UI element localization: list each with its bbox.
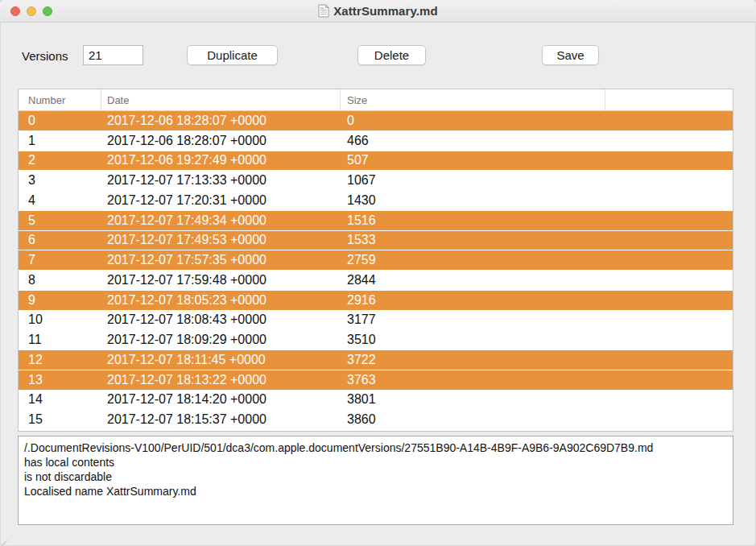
cell-blank [605, 271, 733, 290]
cell-size: 507 [341, 151, 605, 171]
cell-date: 2017-12-07 18:08:43 +0000 [101, 311, 341, 330]
cell-blank [605, 171, 733, 190]
cell-blank [605, 410, 733, 429]
table-row[interactable]: 3 2017-12-07 17:13:33 +0000 1067 [19, 171, 733, 191]
table-row[interactable]: 11 2017-12-07 18:09:29 +0000 3510 [19, 330, 733, 350]
cell-blank [605, 231, 733, 250]
cell-number: 11 [19, 330, 101, 350]
cell-date: 2017-12-07 17:49:34 +0000 [101, 211, 341, 230]
cell-blank [605, 350, 733, 370]
cell-date: 2017-12-06 19:27:49 +0000 [101, 151, 341, 171]
close-button[interactable] [10, 6, 20, 16]
versions-table: Number Date Size 0 2017-12-06 18:28:07 +… [18, 89, 733, 432]
cell-blank [605, 211, 733, 230]
cell-number: 9 [19, 291, 101, 310]
cell-size: 1516 [341, 211, 605, 230]
window-title: XattrSummary.md [333, 4, 438, 18]
cell-blank [605, 191, 733, 210]
table-row[interactable]: 10 2017-12-07 18:08:43 +0000 3177 [19, 311, 733, 331]
column-header-number[interactable]: Number [19, 89, 101, 110]
details-text[interactable]: /.DocumentRevisions-V100/PerUID/501/dca3… [18, 436, 733, 525]
duplicate-button[interactable]: Duplicate [187, 45, 278, 65]
table-row[interactable]: 15 2017-12-07 18:15:37 +0000 3860 [19, 410, 733, 430]
cell-number: 10 [19, 311, 101, 330]
table-row[interactable]: 7 2017-12-07 17:57:35 +0000 2759 [19, 250, 733, 271]
details-line: Localised name XattrSummary.md [24, 484, 727, 498]
cell-number: 6 [19, 231, 101, 250]
table-row[interactable]: 14 2017-12-07 18:14:20 +0000 3801 [19, 391, 733, 411]
table-row[interactable]: 6 2017-12-07 17:49:53 +0000 1533 [19, 231, 733, 251]
table-row[interactable]: 2 2017-12-06 19:27:49 +0000 507 [19, 151, 733, 172]
cell-blank [605, 291, 733, 310]
table-header: Number Date Size [19, 89, 733, 111]
column-header-size[interactable]: Size [341, 89, 605, 110]
cell-number: 4 [19, 191, 101, 210]
app-window: XattrSummary.md Versions Duplicate Delet… [0, 0, 756, 546]
cell-size: 3763 [341, 370, 605, 390]
cell-size: 1067 [341, 171, 605, 190]
table-row[interactable]: 4 2017-12-07 17:20:31 +0000 1430 [19, 191, 733, 211]
cell-size: 2916 [341, 291, 605, 310]
titlebar: XattrSummary.md [0, 0, 756, 23]
cell-blank [605, 250, 733, 270]
table-row[interactable]: 1 2017-12-06 18:28:07 +0000 466 [19, 131, 733, 151]
cell-blank [605, 370, 733, 390]
table-row[interactable]: 9 2017-12-07 18:05:23 +0000 2916 [19, 291, 733, 311]
title-group: XattrSummary.md [318, 4, 438, 18]
table-row[interactable]: 13 2017-12-07 18:13:22 +0000 3763 [19, 370, 733, 391]
cell-number: 3 [19, 171, 101, 190]
details-line: has local contents [24, 455, 727, 469]
cell-blank [605, 151, 733, 171]
cell-size: 3510 [341, 330, 605, 350]
cell-date: 2017-12-07 17:59:48 +0000 [101, 271, 341, 290]
table-row[interactable]: 5 2017-12-07 17:49:34 +0000 1516 [19, 211, 733, 231]
cell-number: 0 [19, 111, 101, 130]
cell-size: 3860 [341, 410, 605, 429]
zoom-button[interactable] [43, 6, 52, 16]
table-body: 0 2017-12-06 18:28:07 +0000 0 1 2017-12-… [19, 111, 733, 430]
cell-number: 13 [19, 370, 101, 390]
cell-number: 2 [19, 151, 101, 171]
cell-size: 3722 [341, 350, 605, 370]
cell-date: 2017-12-07 18:11:45 +0000 [101, 350, 341, 370]
versions-input[interactable] [83, 45, 143, 65]
cell-size: 2844 [341, 271, 605, 290]
resize-grip[interactable] [2, 540, 7, 546]
cell-size: 466 [341, 131, 605, 151]
cell-size: 1533 [341, 231, 605, 250]
cell-size: 2759 [341, 250, 605, 270]
cell-size: 1430 [341, 191, 605, 210]
cell-number: 5 [19, 211, 101, 230]
details-line: /.DocumentRevisions-V100/PerUID/501/dca3… [24, 441, 727, 455]
cell-date: 2017-12-07 17:13:33 +0000 [101, 171, 341, 190]
versions-label: Versions [22, 49, 68, 63]
cell-size: 0 [341, 111, 605, 130]
details-line: is not discardable [24, 469, 727, 484]
cell-number: 1 [19, 131, 101, 151]
minimize-button[interactable] [27, 6, 36, 16]
cell-size: 3177 [341, 311, 605, 330]
cell-date: 2017-12-06 18:28:07 +0000 [101, 111, 341, 130]
cell-date: 2017-12-07 18:13:22 +0000 [101, 370, 341, 390]
column-header-blank [605, 89, 733, 110]
cell-blank [605, 330, 733, 350]
save-button[interactable]: Save [542, 45, 599, 65]
cell-number: 14 [19, 391, 101, 410]
cell-number: 15 [19, 410, 101, 429]
cell-date: 2017-12-06 18:28:07 +0000 [101, 131, 341, 151]
cell-blank [605, 111, 733, 130]
cell-number: 12 [19, 350, 101, 370]
cell-date: 2017-12-07 17:57:35 +0000 [101, 250, 341, 270]
table-row[interactable]: 8 2017-12-07 17:59:48 +0000 2844 [19, 271, 733, 291]
cell-size: 3801 [341, 391, 605, 410]
cell-date: 2017-12-07 18:15:37 +0000 [101, 410, 341, 429]
delete-button[interactable]: Delete [357, 45, 426, 65]
table-row[interactable]: 0 2017-12-06 18:28:07 +0000 0 [19, 111, 733, 131]
cell-date: 2017-12-07 17:49:53 +0000 [101, 231, 341, 250]
cell-number: 8 [19, 271, 101, 290]
column-header-date[interactable]: Date [101, 89, 341, 110]
table-row[interactable]: 12 2017-12-07 18:11:45 +0000 3722 [19, 350, 733, 370]
cell-blank [605, 391, 733, 410]
document-icon [318, 4, 329, 18]
cell-date: 2017-12-07 18:14:20 +0000 [101, 391, 341, 410]
